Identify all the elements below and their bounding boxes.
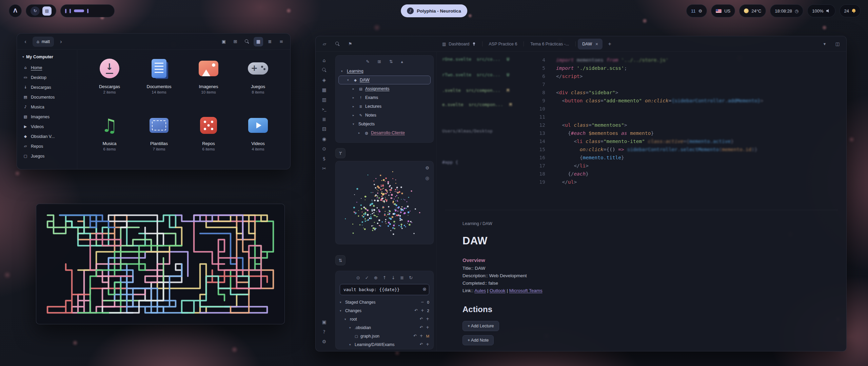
git-row-staged-changes[interactable]: ▾Staged Changes−0 (340, 298, 429, 306)
help-button[interactable]: ? (319, 327, 329, 337)
power-button[interactable]: ↻ (31, 6, 40, 16)
graph-filter-button[interactable]: ◎ (425, 175, 429, 181)
tab-asp-practice-6[interactable]: ASP Practice 6 (485, 39, 522, 49)
workspace-1[interactable] (65, 9, 66, 13)
folder-documents[interactable]: Documentos14 items (134, 55, 184, 112)
push-button[interactable]: ↑ (383, 274, 387, 281)
git-row-changes[interactable]: ▾Changes↶+2 (340, 306, 429, 315)
refresh-button[interactable]: ↻ (409, 274, 413, 281)
fm-sidebar-item-videos[interactable]: ▶Videos (20, 122, 74, 131)
graph-settings-button[interactable]: ⚙ (425, 165, 429, 171)
settings-button[interactable]: ⚙ (319, 337, 329, 346)
close-tab-button[interactable]: × (595, 41, 598, 47)
new-tab-button[interactable]: + (605, 39, 615, 49)
folder-download[interactable]: ↓Descargas2 items (85, 55, 134, 112)
git-action-button[interactable]: + (420, 334, 423, 338)
git-action-button[interactable]: ↶ (420, 317, 423, 321)
explorer-item-desarrollo-cliente[interactable]: ▸◍Desarrollo-Cliente (338, 128, 431, 137)
explorer-item-daw[interactable]: ▾◆DAW (338, 76, 431, 84)
fm-sidebar-heading[interactable]: ▾ My Computer (20, 53, 74, 63)
button-add-lecture[interactable]: + Add Lecture (462, 321, 499, 331)
random-note-button[interactable]: ⚄ (319, 124, 329, 134)
sort-order-button[interactable]: ⇅ (389, 60, 393, 64)
vault-switcher-button[interactable]: ▣ (319, 317, 329, 327)
bookmarks-button[interactable]: ⚑ (346, 40, 355, 48)
vault-home-button[interactable]: ⌂ (319, 55, 329, 65)
menu-button[interactable]: ≡ (277, 37, 286, 46)
link-aules[interactable]: Aules (474, 288, 486, 293)
workspace-3[interactable] (74, 9, 84, 12)
link-outlook[interactable]: Outlook (490, 288, 506, 293)
git-action-button[interactable]: ↶ (420, 326, 423, 330)
link-microsoft-teams[interactable]: Microsoft Teams (509, 288, 542, 293)
new-tab-button[interactable]: ⊞ (231, 37, 240, 46)
fm-sidebar-item-repos[interactable]: ▱Repos (20, 141, 74, 151)
donate-button[interactable]: $ (319, 154, 329, 163)
media-preview-button[interactable]: ▣ (219, 37, 229, 46)
fm-sidebar-item-images[interactable]: ▧Imagenes (20, 112, 74, 122)
git-row-learning-daw-exams[interactable]: ▾Learning/DAW/Exams↶+ (340, 340, 429, 349)
explorer-item-subjects[interactable]: ▾Subjects (338, 120, 431, 128)
stage-all-button[interactable]: ⊕ (374, 274, 378, 281)
terminal-button[interactable]: >_ (319, 104, 329, 114)
new-folder-button[interactable]: ⊞ (378, 60, 381, 64)
clock-pill[interactable]: 18:08:28◷ (770, 4, 803, 17)
collapse-all-button[interactable]: ▴ (401, 60, 403, 64)
launcher-button[interactable]: Λ (9, 4, 22, 17)
git-action-button[interactable]: + (421, 309, 424, 313)
git-action-button[interactable]: + (426, 326, 429, 330)
git-panel-badge[interactable]: ⇅ (335, 255, 346, 265)
workspace-2[interactable] (70, 9, 71, 13)
commit-message-input[interactable] (340, 284, 429, 295)
explorer-item-learning[interactable]: ▾Learning (338, 67, 431, 76)
folder-repos[interactable]: Repos6 items (184, 112, 233, 169)
search-button[interactable] (242, 37, 252, 46)
reading-view-button[interactable]: ≣ (319, 114, 329, 124)
git-action-button[interactable]: − (421, 300, 424, 304)
music-widget[interactable]: ♪ Polyphia - Neurotica (401, 4, 467, 17)
daily-note-button[interactable]: ▥ (319, 95, 329, 104)
commit-button[interactable]: ⊙ (356, 274, 360, 281)
search-button[interactable] (333, 40, 342, 48)
git-row-graph-json[interactable]: ▢graph.json↶+M (340, 332, 429, 340)
explorer-item-notes[interactable]: ▸✎Notes (338, 111, 431, 120)
commit-all-button[interactable]: ✓ (365, 274, 369, 281)
back-button[interactable]: ‹ (21, 37, 30, 46)
folder-images[interactable]: Imagenes10 items (184, 55, 233, 112)
clear-input-icon[interactable]: ⊗ (422, 287, 427, 291)
fm-sidebar-item-music[interactable]: ♪Musica (20, 102, 74, 112)
updates-pill[interactable]: 11⚙ (686, 4, 707, 17)
fm-sidebar-item-home[interactable]: ⌂Home (20, 63, 74, 73)
breadcrumb[interactable]: ⌂ matt (33, 37, 54, 47)
folder-music[interactable]: ♫Musica6 items (85, 112, 134, 169)
git-row-root[interactable]: ▾root↶+ (340, 315, 429, 323)
camera-button[interactable]: ◉ (319, 134, 329, 144)
list-view-button[interactable]: ≣ (265, 37, 275, 46)
fm-sidebar-item-obsidian-vault[interactable]: ◆Obsidian V... (20, 131, 74, 141)
explorer-item-assignments[interactable]: ▸▤Assignments (338, 84, 431, 93)
git-action-button[interactable]: + (426, 343, 429, 347)
weather-pill[interactable]: 24°C (739, 4, 766, 17)
tab-dashboard[interactable]: ▥Dashboard (438, 39, 480, 49)
folders-button[interactable]: ▱ (320, 40, 329, 48)
git-action-button[interactable]: ↶ (420, 343, 423, 347)
git-action-button[interactable]: ↶ (413, 334, 417, 338)
grid-view-button[interactable]: ▦ (254, 37, 263, 46)
explorer-item-lectures[interactable]: ▸≣Lectures (338, 102, 431, 111)
tab-daw[interactable]: DAW× (578, 39, 603, 49)
workspace-4[interactable] (87, 9, 88, 13)
graph-panel-badge[interactable]: ϒ (335, 148, 346, 158)
volume-pill[interactable]: 100% (807, 4, 835, 17)
changed-files-button[interactable]: ≣ (400, 274, 404, 281)
forward-button[interactable]: › (57, 37, 65, 46)
tab-list-button[interactable]: ▾ (820, 40, 829, 48)
fm-sidebar-item-desktop[interactable]: ▭Desktop (20, 73, 74, 82)
canvas-button[interactable]: ▦ (319, 85, 329, 95)
folder-templates[interactable]: Plantillas7 items (134, 112, 184, 169)
folder-games[interactable]: Juegos8 items (233, 55, 283, 112)
button-add-note[interactable]: + Add Note (462, 335, 494, 345)
folder-videos[interactable]: Videos4 items (233, 112, 283, 169)
tab-tema-6-pr-cticas[interactable]: Tema 6 Prácticas -... (526, 39, 573, 49)
fm-sidebar-item-games[interactable]: ▢Juegos (20, 151, 74, 161)
map-pin-button[interactable]: ⊙ (319, 144, 329, 154)
